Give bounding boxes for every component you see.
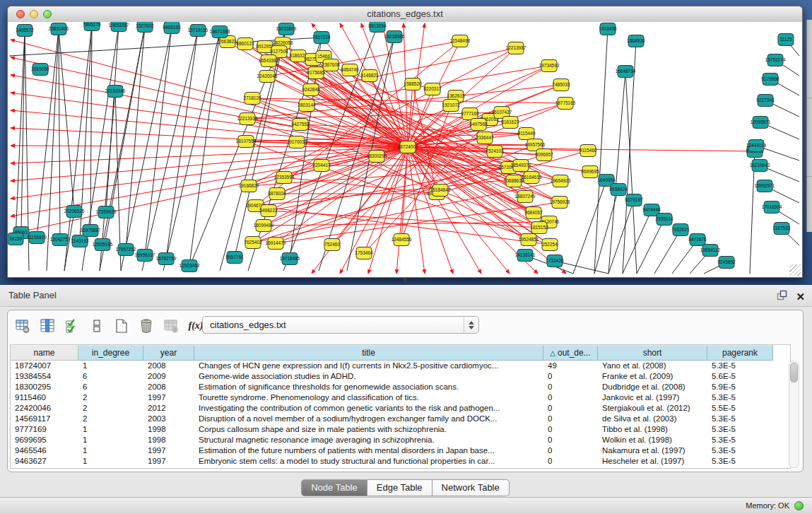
graph-node[interactable]: 20206526 <box>64 206 85 218</box>
graph-node[interactable]: 15992971 <box>755 180 775 192</box>
graph-node[interactable]: 1815152 <box>530 222 548 234</box>
minimize-window-button[interactable] <box>30 10 38 18</box>
graph-edge[interactable] <box>625 71 637 274</box>
graph-node[interactable]: 16958107 <box>135 250 155 262</box>
graph-edge[interactable] <box>21 30 25 233</box>
graph-node[interactable]: 11125 <box>778 34 794 46</box>
graph-node[interactable]: 19524851 <box>519 234 539 246</box>
graph-node[interactable]: 6466163 <box>163 22 181 34</box>
graph-node[interactable]: 917003 <box>289 136 305 148</box>
column-header-year[interactable]: year <box>143 345 194 361</box>
table-row[interactable]: 1830029562008Estimation of significance … <box>11 382 790 392</box>
graph-node[interactable]: 12213339 <box>237 113 258 125</box>
graph-node[interactable]: 18549372 <box>511 160 531 172</box>
column-header-in_degree[interactable]: in_degree <box>78 345 143 361</box>
graph-edge[interactable] <box>100 26 145 271</box>
function-builder-icon[interactable]: f(x) <box>188 318 204 334</box>
graph-node[interactable]: 19734593 <box>539 60 560 72</box>
graph-node[interactable]: 10653287 <box>109 22 129 32</box>
graph-node[interactable]: 12923468 <box>180 260 200 272</box>
graph-edge[interactable] <box>142 30 198 271</box>
graph-node[interactable]: 9242848 <box>302 84 320 96</box>
column-header-short[interactable]: short <box>598 345 707 361</box>
graph-node[interactable]: 12505185 <box>93 239 113 251</box>
graph-node[interactable]: 12353594 <box>274 172 295 184</box>
graph-edge[interactable] <box>106 25 119 212</box>
graph-edge[interactable] <box>264 222 549 226</box>
graph-node[interactable]: 16164613 <box>522 172 542 184</box>
graph-node[interactable]: 5498222 <box>259 205 278 217</box>
graph-node[interactable]: 17016504 <box>762 201 782 214</box>
graph-node[interactable]: 1868930 <box>627 35 645 47</box>
graph-node[interactable]: 18107554 <box>236 136 257 148</box>
graph-edge[interactable] <box>608 71 625 274</box>
scrollbar-thumb[interactable] <box>790 363 798 382</box>
graph-node[interactable]: 7485033 <box>552 79 570 91</box>
graph-node[interactable]: 1733426 <box>546 255 564 267</box>
graph-node[interactable]: 30975887 <box>81 225 101 237</box>
graph-node[interactable]: 8860123 <box>236 38 254 50</box>
tab-node-table[interactable]: Node Table <box>301 479 367 496</box>
graph-node[interactable]: 752460 <box>324 239 340 251</box>
graph-node[interactable]: 16543382 <box>259 55 279 67</box>
graph-node[interactable]: 8813054 <box>368 22 387 33</box>
graph-node[interactable]: 1527602 <box>136 22 154 33</box>
graph-node[interactable]: 19654923 <box>551 175 571 187</box>
graph-node[interactable]: 12444114 <box>746 140 767 152</box>
graph-node[interactable]: 1145193 <box>71 235 89 247</box>
graph-node[interactable]: 15184845 <box>430 185 451 197</box>
graph-node[interactable]: 9684067 <box>524 207 543 219</box>
graph-edge[interactable] <box>121 28 172 271</box>
graph-node[interactable]: 2935114 <box>656 214 673 226</box>
column-header-out_degree[interactable]: △out_de... <box>543 345 598 361</box>
graph-node[interactable]: 18724007 <box>398 141 418 153</box>
graph-node[interactable]: 18775165 <box>555 98 576 110</box>
graph-node[interactable]: 8938924 <box>609 184 628 196</box>
graph-node[interactable]: 16210643 <box>750 160 770 172</box>
table-row[interactable]: 1456911722003Disruption of a novel membe… <box>11 414 790 424</box>
tab-edge-table[interactable]: Edge Table <box>367 479 433 496</box>
graph-edge[interactable] <box>145 28 172 255</box>
table-settings-icon[interactable] <box>15 318 30 334</box>
graph-node[interactable]: 1405572 <box>16 25 34 37</box>
graph-node[interactable]: 8471676 <box>688 234 707 246</box>
graph-node[interactable]: 19218986 <box>384 31 405 43</box>
graph-node[interactable]: 6379197 <box>625 194 643 206</box>
show-columns-icon[interactable] <box>40 318 55 334</box>
graph-node[interactable]: 1921072 <box>442 100 460 112</box>
graph-edge[interactable] <box>573 180 606 274</box>
graph-node[interactable]: 16099489 <box>254 220 274 232</box>
graph-node[interactable]: 9115449 <box>518 128 536 140</box>
table-row[interactable]: 911546021997Tourette syndrome. Phenomeno… <box>11 392 790 403</box>
graph-node[interactable]: 9777169 <box>461 108 479 120</box>
zoom-window-button[interactable] <box>43 10 52 18</box>
graph-node[interactable]: 19756928 <box>550 197 570 209</box>
graph-node[interactable]: 2065059 <box>31 64 49 76</box>
column-header-pagerank[interactable]: pagerank <box>707 345 773 361</box>
graph-node[interactable]: 16782759 <box>156 253 177 265</box>
graph-node[interactable]: 1918406 <box>599 23 617 35</box>
table-row[interactable]: 1872400712008Changes of HCN gene express… <box>11 361 790 371</box>
graph-edge[interactable] <box>163 32 220 271</box>
graph-edge[interactable] <box>264 147 408 226</box>
graph-node[interactable]: 17957252 <box>116 244 136 256</box>
graph-node[interactable]: 9115460 <box>579 145 597 157</box>
graph-node[interactable]: 7932621 <box>671 224 690 236</box>
graph-node[interactable]: 1167533 <box>773 223 791 235</box>
table-row[interactable]: 977716911998Corpus callosum shape and si… <box>11 424 790 435</box>
graph-edge[interactable] <box>126 26 145 250</box>
graph-node[interactable]: 18807249 <box>515 191 536 203</box>
close-window-button[interactable] <box>16 10 25 18</box>
graph-node[interactable]: 2204417 <box>312 160 331 172</box>
table-row[interactable]: 969969511998Structural magnetic resonanc… <box>11 435 790 445</box>
graph-node[interactable]: 6497568 <box>469 119 488 131</box>
graph-node[interactable]: 2803144 <box>298 100 316 112</box>
graph-edge[interactable] <box>90 25 92 230</box>
graph-node[interactable]: 16648794 <box>616 66 636 78</box>
graph-node[interactable]: 8161627 <box>501 117 519 129</box>
graph-node[interactable]: 16033809 <box>276 23 297 35</box>
graph-node[interactable]: 12213987 <box>506 42 526 54</box>
graph-node[interactable]: 16914479 <box>266 238 286 250</box>
table-row[interactable]: 946362711997Embryonic stem cells: a mode… <box>11 456 790 467</box>
graph-node[interactable]: 8657791 <box>225 252 244 264</box>
